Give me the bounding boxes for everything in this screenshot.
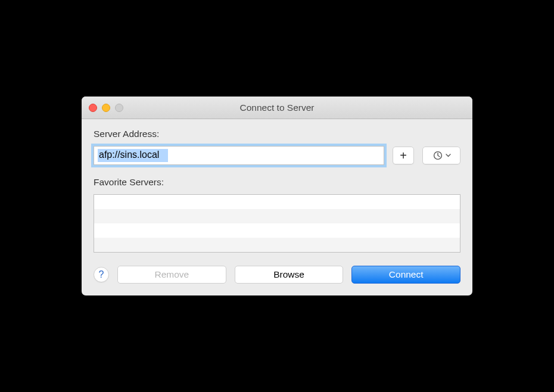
plus-icon: + [400,150,407,161]
server-address-input-wrap[interactable]: afp://sins.local [94,146,384,165]
add-favorite-button[interactable]: + [393,147,414,164]
favorite-servers-list[interactable] [94,194,460,253]
traffic-lights [89,104,123,112]
bottom-button-row: ? Remove Browse Connect [94,266,460,284]
history-button[interactable] [422,147,460,164]
list-row [94,223,460,238]
list-row [94,209,460,223]
window-title: Connect to Server [82,102,472,113]
remove-button: Remove [117,266,226,284]
connect-button[interactable]: Connect [351,266,460,284]
minimize-icon[interactable] [102,104,110,112]
maximize-icon [115,104,123,112]
window-content: Server Address: afp://sins.local + Favo [82,119,472,295]
list-row [94,238,460,252]
connect-to-server-window: Connect to Server Server Address: afp://… [82,97,472,295]
close-icon[interactable] [89,104,97,112]
clock-icon [432,150,443,161]
help-button[interactable]: ? [94,267,109,282]
server-address-label: Server Address: [94,129,460,139]
help-icon: ? [99,269,104,280]
favorite-servers-label: Favorite Servers: [94,177,460,188]
titlebar[interactable]: Connect to Server [82,97,472,119]
list-row [94,195,460,209]
address-row: afp://sins.local + [94,146,460,165]
chevron-down-icon [446,154,451,157]
browse-button[interactable]: Browse [235,266,344,284]
